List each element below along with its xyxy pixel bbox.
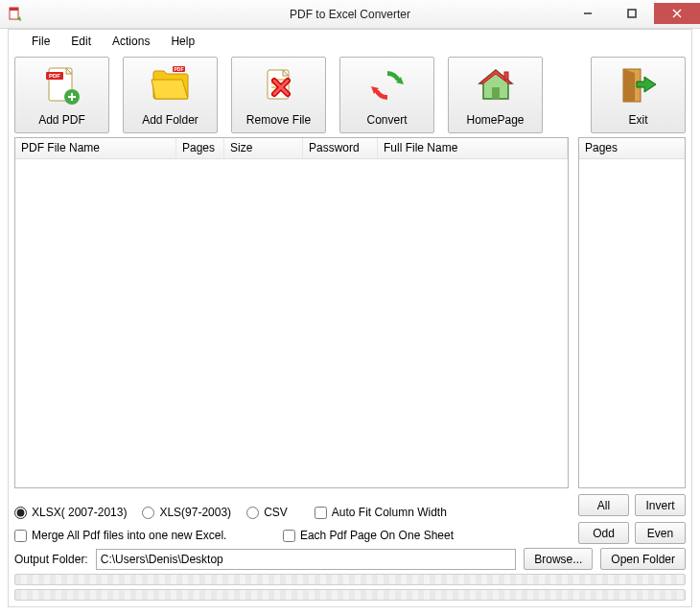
format-xls-label: XLS(97-2003) [159,506,231,519]
minimize-button[interactable] [566,3,610,24]
menu-file[interactable]: File [22,33,59,50]
homepage-button[interactable]: HomePage [448,57,543,133]
menu-help[interactable]: Help [161,33,204,50]
output-folder-label: Output Folder: [14,553,88,566]
menu-edit[interactable]: Edit [61,33,101,50]
svg-rect-3 [628,10,636,17]
pages-list-header: Pages [579,138,685,159]
format-csv-radio[interactable]: CSV [246,506,288,519]
menu-actions[interactable]: Actions [103,33,159,50]
svg-rect-23 [492,87,500,99]
format-xls-radio[interactable]: XLS(97-2003) [142,506,231,519]
invert-button[interactable]: Invert [635,494,686,516]
even-button[interactable]: Even [635,522,686,544]
exit-icon [618,58,660,113]
exit-button[interactable]: Exit [591,57,686,133]
add-folder-label: Add Folder [142,113,198,127]
format-xlsx-label: XLSX( 2007-2013) [32,506,127,519]
all-button[interactable]: All [578,494,629,516]
window-title: PDF to Excel Converter [290,8,410,21]
file-list-header: PDF File Name Pages Size Password Full F… [15,138,568,159]
each-page-check[interactable]: Each Pdf Page On One Sheet [283,529,454,542]
format-xlsx-radio[interactable]: XLSX( 2007-2013) [14,506,127,519]
progress-bar-2 [14,589,686,601]
svg-rect-1 [10,8,18,11]
add-pdf-button[interactable]: PDF Add PDF [14,57,109,133]
file-list-body [15,159,568,487]
convert-label: Convert [366,113,407,127]
pdf-icon: PDF [43,58,82,113]
merge-check[interactable]: Merge All Pdf files into one new Excel. [14,529,226,542]
merge-label: Merge All Pdf files into one new Excel. [32,529,226,542]
progress-bar-1 [14,574,686,585]
menubar: File Edit Actions Help [9,30,691,51]
maximize-button[interactable] [610,3,654,24]
home-icon [476,58,516,113]
exit-label: Exit [628,113,647,127]
pages-list-body [579,159,685,487]
col-size[interactable]: Size [224,138,303,158]
svg-text:PDF: PDF [49,73,60,79]
toolbar: PDF Add PDF PDF Add Folder Remove File C… [9,53,691,137]
homepage-label: HomePage [466,113,524,127]
convert-button[interactable]: Convert [339,57,434,133]
titlebar: PDF to Excel Converter [0,0,700,29]
col-side-pages[interactable]: Pages [579,138,685,158]
col-filename[interactable]: PDF File Name [15,138,176,158]
open-folder-button[interactable]: Open Folder [600,548,686,570]
svg-text:PDF: PDF [174,66,183,72]
col-pages[interactable]: Pages [176,138,224,158]
odd-button[interactable]: Odd [578,522,629,544]
add-folder-button[interactable]: PDF Add Folder [123,57,218,133]
autofit-check[interactable]: Auto Fit Column Width [315,506,447,519]
app-icon [8,7,23,22]
svg-point-26 [630,85,633,88]
convert-icon [367,58,408,113]
file-list[interactable]: PDF File Name Pages Size Password Full F… [14,137,569,488]
pages-list[interactable]: Pages [578,137,686,488]
svg-rect-11 [68,96,76,98]
format-csv-label: CSV [264,506,288,519]
autofit-label: Auto Fit Column Width [332,506,447,519]
col-fullname[interactable]: Full File Name [378,138,568,158]
col-password[interactable]: Password [303,138,378,158]
output-folder-input[interactable] [96,549,517,570]
remove-icon [260,58,298,113]
folder-icon: PDF [150,58,192,113]
remove-file-button[interactable]: Remove File [231,57,326,133]
each-page-label: Each Pdf Page On One Sheet [300,529,454,542]
remove-file-label: Remove File [246,113,311,127]
add-pdf-label: Add PDF [38,113,85,127]
browse-button[interactable]: Browse... [524,548,593,570]
close-button[interactable] [654,3,700,24]
svg-rect-24 [504,72,508,80]
